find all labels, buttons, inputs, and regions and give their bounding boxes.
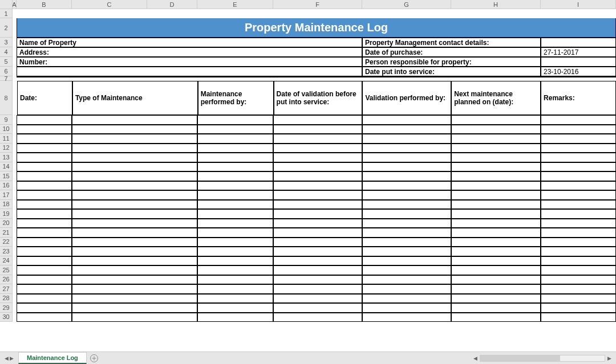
row-header[interactable]: 3 [0,38,13,47]
tab-nav-next-icon[interactable]: ▶ [10,355,14,361]
row-header[interactable]: 18 [0,200,13,210]
scroll-thumb[interactable] [480,355,560,361]
sheet-area[interactable]: Property Maintenance LogName of Property… [13,9,616,351]
scroll-left-icon[interactable]: ◀ [473,355,477,361]
table-cell[interactable] [362,153,451,162]
log-header-cell[interactable]: Validation performed by: [362,81,451,115]
row-header[interactable]: 13 [0,153,13,162]
table-cell[interactable] [17,190,72,200]
table-cell[interactable] [362,181,451,191]
table-cell[interactable] [541,228,616,238]
row-header[interactable]: 22 [0,238,13,247]
meta-left-cell[interactable]: Number: [17,57,362,67]
table-cell[interactable] [197,125,273,134]
table-cell[interactable] [273,294,362,304]
meta-right-label-cell[interactable]: Date of purchase: [362,47,541,57]
table-cell[interactable] [273,134,362,144]
meta-right-label-cell[interactable]: Person responsible for property: [362,57,541,67]
meta-right-value-cell[interactable] [541,57,616,67]
table-cell[interactable] [362,238,451,247]
log-header-cell[interactable]: Next maintenance planned on (date): [451,81,541,115]
table-cell[interactable] [273,256,362,266]
row-header[interactable]: 24 [0,256,13,266]
row-header[interactable]: 20 [0,219,13,228]
table-cell[interactable] [541,265,616,275]
table-cell[interactable] [72,200,197,210]
table-cell[interactable] [17,144,72,153]
table-cell[interactable] [72,284,197,294]
table-cell[interactable] [72,294,197,304]
table-cell[interactable] [451,275,541,285]
table-cell[interactable] [362,303,451,313]
table-cell[interactable] [197,209,273,219]
row-header[interactable]: 21 [0,228,13,238]
row-header[interactable]: 1 [0,9,13,18]
select-all-corner[interactable] [0,0,13,9]
table-cell[interactable] [17,115,72,125]
table-cell[interactable] [197,265,273,275]
table-cell[interactable] [451,228,541,238]
row-header[interactable]: 14 [0,162,13,172]
table-cell[interactable] [197,115,273,125]
table-cell[interactable] [72,181,197,191]
table-cell[interactable] [72,275,197,285]
table-cell[interactable] [273,275,362,285]
table-cell[interactable] [273,265,362,275]
table-cell[interactable] [451,284,541,294]
table-cell[interactable] [541,284,616,294]
table-cell[interactable] [451,125,541,134]
table-cell[interactable] [541,171,616,181]
table-cell[interactable] [541,294,616,304]
table-cell[interactable] [72,190,197,200]
table-cell[interactable] [72,162,197,172]
column-header[interactable]: H [451,0,541,9]
table-cell[interactable] [17,171,72,181]
table-cell[interactable] [197,190,273,200]
column-header[interactable]: I [541,0,616,9]
row-header[interactable]: 28 [0,294,13,304]
table-cell[interactable] [17,275,72,285]
row-header[interactable]: 15 [0,171,13,181]
table-cell[interactable] [451,162,541,172]
table-cell[interactable] [197,238,273,247]
table-cell[interactable] [72,247,197,256]
row-header[interactable]: 8 [0,81,13,115]
table-cell[interactable] [362,162,451,172]
table-cell[interactable] [197,181,273,191]
table-cell[interactable] [451,181,541,191]
table-cell[interactable] [197,256,273,266]
table-cell[interactable] [72,144,197,153]
table-cell[interactable] [273,181,362,191]
table-cell[interactable] [362,125,451,134]
table-cell[interactable] [541,153,616,162]
table-cell[interactable] [541,238,616,247]
table-cell[interactable] [197,247,273,256]
table-cell[interactable] [362,144,451,153]
table-cell[interactable] [541,256,616,266]
table-cell[interactable] [541,125,616,134]
column-header[interactable]: G [362,0,451,9]
table-cell[interactable] [273,115,362,125]
log-header-cell[interactable]: Remarks: [541,81,616,115]
meta-left-cell[interactable] [17,67,362,76]
table-cell[interactable] [197,153,273,162]
row-header[interactable]: 23 [0,247,13,256]
table-cell[interactable] [451,313,541,322]
table-cell[interactable] [17,125,72,134]
table-cell[interactable] [362,209,451,219]
table-cell[interactable] [451,171,541,181]
column-header[interactable]: C [72,0,147,9]
table-cell[interactable] [451,200,541,210]
table-cell[interactable] [362,275,451,285]
row-header[interactable]: 11 [0,134,13,144]
table-cell[interactable] [72,171,197,181]
table-cell[interactable] [197,284,273,294]
row-header[interactable]: 19 [0,209,13,219]
column-header[interactable]: E [197,0,273,9]
table-cell[interactable] [17,181,72,191]
log-header-cell[interactable]: Date of validation before put into servi… [274,81,363,115]
table-cell[interactable] [451,134,541,144]
table-cell[interactable] [197,219,273,228]
row-header[interactable]: 4 [0,47,13,57]
meta-right-label-cell[interactable]: Property Management contact details: [362,38,541,47]
